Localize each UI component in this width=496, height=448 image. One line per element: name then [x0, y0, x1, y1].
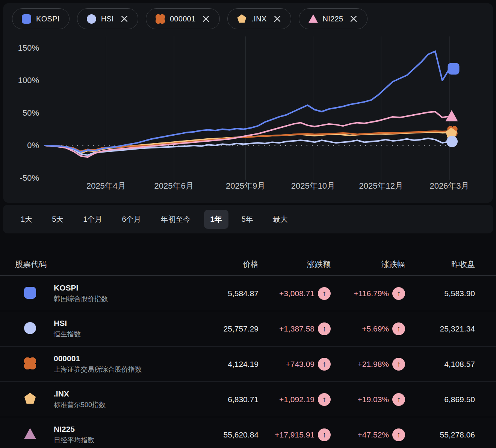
table-row-NI225[interactable]: NI225日经平均指数55,620.84+17,915.91↑+47.52%↑5…: [0, 417, 496, 448]
symbol-ticker: HSI: [54, 319, 198, 328]
quote-table-body: KOSPI韩国综合股价指数5,584.87+3,008.71↑+116.79%↑…: [0, 276, 496, 448]
table-row-KOSPI[interactable]: KOSPI韩国综合股价指数5,584.87+3,008.71↑+116.79%↑…: [0, 276, 496, 311]
table-row-HSI[interactable]: HSI恒生指数25,757.29+1,387.58↑+5.69%↑25,321.…: [0, 311, 496, 347]
change-value: +17,915.91↑: [259, 428, 331, 441]
symbol-name: 日经平均指数: [54, 436, 198, 445]
HSI-circle-icon: [24, 322, 36, 334]
row-symbol-icon: [15, 287, 54, 300]
HSI-circle-icon: [87, 14, 96, 24]
chip-NI225-close-icon[interactable]: [349, 15, 358, 23]
time-range-3[interactable]: 6个月: [115, 210, 147, 229]
chip-.INX-close-icon[interactable]: [273, 15, 281, 23]
column-header: 昨收盘: [405, 259, 475, 269]
chip-HSI[interactable]: HSI: [77, 8, 138, 29]
change-value: +3,008.71↑: [259, 287, 331, 300]
time-range-2[interactable]: 1个月: [77, 210, 109, 229]
price-value: 25,757.29: [198, 324, 259, 333]
column-header: 涨跌幅: [331, 259, 405, 269]
price-value: 5,584.87: [198, 289, 259, 298]
KOSPI-square-icon: [22, 14, 31, 24]
column-header: 涨跌额: [259, 259, 331, 269]
change-pct-value: +19.03%↑: [331, 393, 405, 406]
quote-table: 股票代码价格涨跌额涨跌幅昨收盘 KOSPI韩国综合股价指数5,584.87+3,…: [0, 244, 496, 448]
price-value: 55,620.84: [198, 430, 259, 439]
column-header: 价格: [198, 259, 259, 269]
.INX-pentagon-icon: [237, 14, 246, 24]
svg-text:100%: 100%: [18, 76, 39, 85]
symbol-ticker: NI225: [54, 425, 198, 434]
change-pct-value: +5.69%↑: [331, 322, 405, 335]
close-icon[interactable]: [349, 15, 358, 23]
time-range-7[interactable]: 最大: [266, 210, 294, 229]
up-arrow-icon: ↑: [318, 322, 331, 335]
up-arrow-icon: ↑: [318, 428, 331, 441]
.INX-pentagon-icon: [24, 393, 36, 405]
prev-close-value: 4,108.57: [405, 360, 475, 369]
up-arrow-icon: ↑: [318, 393, 331, 406]
chip-HSI-close-icon[interactable]: [120, 15, 129, 23]
up-arrow-icon: ↑: [392, 358, 405, 371]
symbol-ticker: KOSPI: [54, 283, 198, 292]
table-row-000001[interactable]: 000001上海证券交易所综合股价指数4,124.19+743.09↑+21.9…: [0, 347, 496, 382]
row-symbol-icon: [15, 322, 54, 336]
chip-NI225[interactable]: NI225: [299, 8, 368, 29]
svg-text:150%: 150%: [18, 43, 39, 53]
up-arrow-icon: ↑: [318, 287, 331, 300]
quote-table-header: 股票代码价格涨跌额涨跌幅昨收盘: [0, 244, 496, 276]
svg-text:2025年10月: 2025年10月: [291, 181, 335, 191]
000001-clover-icon: [156, 14, 165, 24]
close-icon[interactable]: [273, 15, 281, 23]
KOSPI-square-icon: [24, 287, 36, 299]
prev-close-value: 5,583.90: [405, 289, 475, 298]
up-arrow-icon: ↑: [318, 358, 331, 371]
svg-text:-50%: -50%: [20, 173, 39, 183]
prev-close-value: 6,869.50: [405, 395, 475, 404]
symbol-chips: KOSPIHSI000001.INXNI225: [12, 8, 367, 29]
change-pct-value: +47.52%↑: [331, 428, 405, 441]
change-pct-value: +21.98%↑: [331, 358, 405, 371]
chip-.INX[interactable]: .INX: [227, 8, 291, 29]
NI225-end-marker: [446, 110, 458, 121]
up-arrow-icon: ↑: [392, 428, 405, 441]
up-arrow-icon: ↑: [392, 393, 405, 406]
svg-text:0%: 0%: [27, 141, 39, 150]
000001-clover-icon: [24, 357, 36, 369]
time-range-6[interactable]: 5年: [235, 210, 260, 229]
time-range-4[interactable]: 年初至今: [154, 210, 197, 229]
svg-text:2025年12月: 2025年12月: [359, 181, 403, 191]
svg-text:2026年3月: 2026年3月: [429, 181, 469, 191]
prev-close-value: 55,278.06: [405, 430, 475, 439]
time-range-5[interactable]: 1年: [204, 210, 228, 229]
chip-KOSPI[interactable]: KOSPI: [12, 8, 70, 29]
symbol-name: 标准普尔500指数: [54, 400, 198, 409]
row-symbol-icon: [15, 428, 54, 442]
table-row-.INX[interactable]: .INX标准普尔500指数6,830.71+1,092.19↑+19.03%↑6…: [0, 382, 496, 417]
close-icon[interactable]: [120, 15, 129, 23]
change-value: +1,387.58↑: [259, 322, 331, 335]
KOSPI-end-marker: [448, 63, 460, 74]
HSI-end-marker: [446, 136, 458, 147]
price-value: 6,830.71: [198, 395, 259, 404]
close-icon[interactable]: [202, 15, 210, 23]
change-value: +1,092.19↑: [259, 393, 331, 406]
symbol-name: 韩国综合股价指数: [54, 294, 198, 303]
svg-text:2025年4月: 2025年4月: [86, 181, 126, 191]
row-symbol-icon: [15, 393, 54, 406]
prev-close-value: 25,321.34: [405, 324, 475, 333]
comparison-chart[interactable]: 150%100%50%0%-50%2025年4月2025年6月2025年9月20…: [0, 36, 496, 198]
time-range-bar: 1天5天1个月6个月年初至今1年5年最大: [3, 205, 493, 233]
up-arrow-icon: ↑: [392, 287, 405, 300]
symbol-ticker: .INX: [54, 389, 198, 398]
up-arrow-icon: ↑: [392, 322, 405, 335]
time-range-0[interactable]: 1天: [14, 210, 39, 229]
time-range-1[interactable]: 5天: [45, 210, 70, 229]
chip-label: NI225: [323, 15, 343, 23]
chip-label: 000001: [170, 15, 196, 23]
NI225-triangle-icon: [308, 14, 318, 24]
chip-000001-close-icon[interactable]: [202, 15, 210, 23]
change-pct-value: +116.79%↑: [331, 287, 405, 300]
change-value: +743.09↑: [259, 358, 331, 371]
chip-000001[interactable]: 000001: [146, 8, 220, 29]
NI225-triangle-icon: [24, 428, 36, 440]
svg-text:2025年6月: 2025年6月: [154, 181, 194, 191]
